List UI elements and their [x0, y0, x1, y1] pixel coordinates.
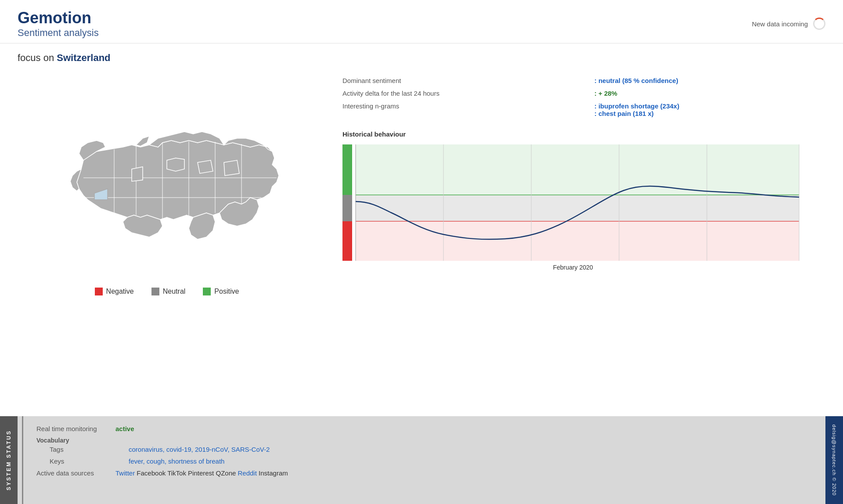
sources-row: Active data sources Twitter Facebook Tik…	[36, 469, 830, 477]
positive-zone	[356, 144, 799, 195]
brand-bar: delsig@synaptec.ch © 2020	[825, 416, 843, 504]
loading-spinner	[813, 18, 825, 30]
header-left: Gemotion Sentiment analysis	[18, 9, 99, 39]
system-status-bar: SYSTEM STATUS Real time monitoring activ…	[0, 416, 843, 504]
source-reddit[interactable]: Reddit	[238, 469, 257, 477]
app-subtitle: Sentiment analysis	[18, 27, 99, 39]
switzerland-map	[26, 77, 307, 274]
neutral-zone	[356, 195, 799, 221]
source-instagram[interactable]: Instagram	[259, 469, 288, 477]
x-axis-label: February 2020	[553, 264, 593, 271]
status-content: Real time monitoring active Vocabulary T…	[22, 416, 843, 504]
tags-row: Tags coronavirus, covid-19, 2019-nCoV, S…	[36, 446, 830, 453]
focus-label: focus on Switzerland	[0, 43, 843, 68]
map-section: Negative Neutral Positive	[18, 68, 316, 323]
neutral-label: Neutral	[163, 288, 186, 295]
header-right: New data incoming	[752, 18, 825, 30]
source-tiktok[interactable]: TikTok	[167, 469, 186, 477]
tags-key: Tags	[50, 446, 120, 453]
ngrams-values: : ibuprofen shortage (234x) : chest pain…	[594, 102, 825, 117]
left-bar-negative	[342, 221, 352, 261]
positive-label: Positive	[214, 288, 239, 295]
negative-color-swatch	[95, 288, 103, 295]
stats-grid: Dominant sentiment : neutral (85 % confi…	[342, 77, 825, 117]
source-qzone[interactable]: QZone	[216, 469, 236, 477]
keys-row: Keys fever, cough, shortness of breath	[36, 457, 830, 465]
chart-title: Historical behaviour	[342, 130, 825, 138]
monitoring-row: Real time monitoring active	[36, 425, 830, 432]
monitoring-value: active	[115, 425, 134, 432]
map-legend: Negative Neutral Positive	[95, 288, 239, 295]
tags-value: coronavirus, covid-19, 2019-nCoV, SARS-C…	[129, 446, 270, 453]
monitoring-key: Real time monitoring	[36, 425, 107, 432]
dominant-sentiment-value: : neutral (85 % confidence)	[594, 77, 825, 84]
left-bar-neutral	[342, 195, 352, 221]
source-twitter[interactable]: Twitter	[115, 469, 135, 477]
activity-delta-value: : + 28%	[594, 90, 825, 97]
vocabulary-section: Vocabulary Tags coronavirus, covid-19, 2…	[36, 437, 830, 465]
focus-country: Switzerland	[57, 52, 110, 63]
copyright-text: delsig@synaptec.ch © 2020	[832, 425, 837, 496]
info-section: Dominant sentiment : neutral (85 % confi…	[316, 68, 825, 323]
historical-chart: February 2020	[342, 144, 803, 272]
new-data-label: New data incoming	[752, 20, 808, 28]
positive-color-swatch	[203, 288, 211, 295]
map-svg	[26, 77, 307, 274]
negative-label: Negative	[106, 288, 134, 295]
legend-neutral: Neutral	[151, 288, 186, 295]
status-vertical-label: SYSTEM STATUS	[0, 416, 18, 504]
header: Gemotion Sentiment analysis New data inc…	[0, 0, 843, 43]
neutral-color-swatch	[151, 288, 159, 295]
activity-delta-label: Activity delta for the last 24 hours	[342, 90, 586, 97]
ngram2: : chest pain (181 x)	[594, 110, 825, 117]
legend-positive: Positive	[203, 288, 239, 295]
ngrams-label: Interesting n-grams	[342, 102, 586, 110]
main-content: Negative Neutral Positive Dominant senti…	[0, 68, 843, 323]
source-pinterest[interactable]: Pinterest	[188, 469, 214, 477]
keys-key: Keys	[50, 457, 120, 465]
legend-negative: Negative	[95, 288, 134, 295]
vocabulary-label: Vocabulary	[36, 437, 830, 444]
sources-key: Active data sources	[36, 469, 107, 477]
chart-container: February 2020	[342, 144, 803, 272]
cantons-group	[70, 132, 279, 239]
keys-value: fever, cough, shortness of breath	[129, 457, 224, 465]
app-title: Gemotion	[18, 9, 99, 27]
source-facebook[interactable]: Facebook	[137, 469, 166, 477]
ngram1: : ibuprofen shortage (234x)	[594, 102, 825, 110]
dominant-sentiment-label: Dominant sentiment	[342, 77, 586, 84]
sources-list: Twitter Facebook TikTok Pinterest QZone …	[115, 469, 288, 477]
left-bar-positive	[342, 144, 352, 195]
